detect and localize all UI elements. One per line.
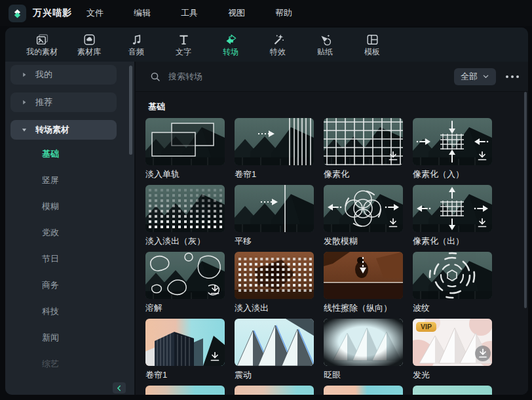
sidebar-item-blur[interactable]: 模糊	[42, 197, 59, 216]
download-icon[interactable]	[386, 149, 400, 163]
tab-transition[interactable]: 转场	[207, 28, 254, 62]
transition-item[interactable]: 像素化（出）	[413, 185, 492, 247]
transition-item[interactable]: 溶解	[145, 252, 225, 313]
filter-dropdown[interactable]: 全部	[454, 68, 496, 85]
sidebar-item-variety[interactable]: 综艺	[42, 355, 59, 373]
sidebar-item-festival[interactable]: 节日	[42, 250, 59, 268]
download-icon[interactable]	[474, 345, 491, 362]
tab-label: 模板	[364, 48, 380, 56]
transition-thumbnail	[324, 185, 403, 232]
thumbnail-image	[235, 185, 314, 232]
thumbnail-image	[145, 185, 225, 232]
transition-label: 平移	[235, 236, 314, 247]
transition-item[interactable]: 像素化	[324, 118, 403, 180]
transition-item[interactable]: 发散模糊	[324, 185, 403, 247]
sidebar-item-news[interactable]: 新闻	[42, 329, 59, 347]
sidebar-group-my[interactable]: 我的	[10, 65, 117, 85]
menu-item-file[interactable]: 文件	[86, 7, 104, 19]
transition-label: 震动	[235, 370, 314, 380]
app-logo-icon	[9, 5, 26, 22]
transitions-grid: 淡入单轨卷帘1像素化像素化（入）淡入淡出（灰）平移发散模糊像素化（出）溶解淡入淡…	[145, 118, 492, 395]
sidebar-group-label: 推荐	[35, 96, 52, 108]
transition-item[interactable]: 线性擦除（纵向）	[324, 252, 403, 313]
tab-my-media[interactable]: 我的素材	[18, 28, 66, 62]
search-input[interactable]	[167, 71, 366, 82]
menu-item-edit[interactable]: 编辑	[134, 7, 151, 19]
menu-item-view[interactable]: 视图	[228, 7, 245, 19]
transition-item[interactable]: 眨眼	[324, 319, 403, 380]
sidebar-scrollbar[interactable]	[129, 66, 132, 155]
transition-item[interactable]: 淡入淡出	[235, 252, 314, 313]
tab-label: 音频	[128, 48, 144, 56]
search-icon	[150, 71, 161, 82]
tab-stickers[interactable]: 贴纸	[301, 28, 349, 62]
transition-item-partial[interactable]	[324, 386, 403, 395]
menu-item-help[interactable]: 帮助	[275, 7, 292, 19]
sidebar-item-vertical[interactable]: 竖屏	[42, 171, 59, 190]
more-options-button[interactable]	[504, 73, 520, 81]
transition-thumbnail	[235, 118, 314, 165]
transition-item[interactable]: NaN,17 50,71" fill="none" stroke="#e0523…	[235, 319, 314, 380]
sidebar-collapse-button[interactable]	[113, 382, 126, 393]
transition-thumbnail	[324, 386, 403, 395]
transition-item[interactable]: 淡入单轨	[145, 118, 225, 180]
transition-item-partial[interactable]	[413, 386, 492, 395]
chevron-right-icon	[21, 99, 28, 106]
audio-icon	[130, 33, 143, 47]
sidebar-group-recommended[interactable]: 推荐	[10, 92, 117, 112]
transition-label: 像素化	[324, 169, 403, 180]
transition-thumbnail	[145, 386, 225, 395]
sidebar-group-transition-assets[interactable]: 转场素材	[10, 120, 117, 140]
sidebar-item-basic[interactable]: 基础	[42, 145, 59, 163]
tab-audio[interactable]: 音频	[113, 28, 160, 62]
tab-templates[interactable]: 模板	[349, 28, 396, 62]
download-icon[interactable]	[386, 216, 400, 230]
transition-thumbnail	[413, 386, 492, 395]
thumbnail-image	[324, 319, 403, 366]
download-icon[interactable]	[475, 149, 489, 163]
download-icon[interactable]	[475, 216, 489, 230]
filter-selected-value: 全部	[461, 71, 478, 83]
transition-item[interactable]: 淡入淡出（灰）	[145, 185, 225, 247]
sticker-icon	[318, 33, 332, 47]
transition-item[interactable]: 像素化（入）	[413, 118, 492, 180]
library-icon	[83, 33, 96, 47]
text-icon	[177, 33, 191, 47]
transition-label: 像素化（入）	[413, 169, 492, 180]
transition-item-partial[interactable]	[145, 386, 225, 395]
transition-label: 卷帘1	[235, 169, 314, 180]
thumbnail-image	[413, 252, 492, 299]
transition-item[interactable]: 卷帘1	[145, 319, 225, 380]
download-icon[interactable]	[208, 350, 222, 364]
vip-badge: VIP	[416, 322, 436, 332]
transition-thumbnail	[413, 252, 492, 299]
sidebar-item-tech[interactable]: 科技	[42, 302, 59, 321]
transition-item[interactable]: 卷帘1	[235, 118, 314, 180]
transition-thumbnail	[324, 252, 403, 299]
transition-thumbnail	[235, 185, 314, 232]
transition-thumbnail	[145, 185, 225, 232]
sidebar-item-party-gov[interactable]: 党政	[42, 224, 59, 242]
template-icon	[366, 33, 379, 47]
app-title: 万兴喵影	[33, 7, 72, 19]
tab-label: 特效	[270, 48, 286, 56]
content-area: 全部 基础 淡入单轨卷帘1像素化像素化（入）淡入淡出（灰）平移发散模糊像素化（出…	[136, 62, 528, 395]
sidebar-group-label: 转场素材	[35, 124, 69, 136]
sidebar-item-business[interactable]: 商务	[42, 276, 59, 294]
tab-label: 素材库	[77, 48, 101, 56]
transition-label: 线性擦除（纵向）	[324, 303, 403, 313]
transition-item-partial[interactable]	[235, 386, 314, 395]
chevron-right-icon	[21, 71, 28, 78]
transition-label: 发散模糊	[324, 236, 403, 247]
download-icon[interactable]	[208, 283, 222, 297]
tab-library[interactable]: 素材库	[66, 28, 113, 62]
transition-item[interactable]: 波纹	[413, 252, 492, 313]
transition-item[interactable]: VIP发光	[413, 319, 492, 380]
transition-item[interactable]: 平移	[235, 185, 314, 247]
sidebar-group-label: 我的	[35, 69, 52, 81]
menu-item-tools[interactable]: 工具	[181, 7, 198, 19]
tab-effects[interactable]: 特效	[254, 28, 301, 62]
tab-text[interactable]: 文字	[160, 28, 207, 62]
search-bar: 全部	[136, 62, 528, 92]
content-scrollbar[interactable]	[524, 92, 527, 308]
